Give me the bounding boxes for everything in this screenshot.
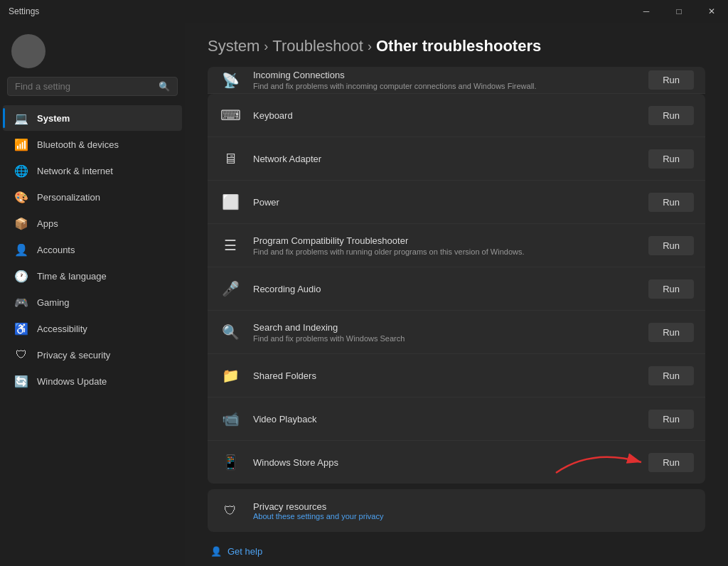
nav-label-personalization: Personalization [37, 192, 100, 203]
breadcrumb-current: Other troubleshooters [376, 37, 541, 55]
trouble-item-keyboard: ⌨ Keyboard Run [208, 94, 705, 137]
run-button-video-playback[interactable]: Run [648, 410, 694, 429]
nav-icon-accessibility: ♿ [14, 321, 28, 336]
run-button-windows-store[interactable]: Run [648, 453, 694, 472]
trouble-text-keyboard: Keyboard [253, 110, 648, 121]
trouble-name-windows-store: Windows Store Apps [253, 457, 648, 468]
nav-list: 💻 System 📶 Bluetooth & devices 🌐 Network… [0, 105, 185, 395]
trouble-name-video-playback: Video Playback [253, 414, 648, 424]
trouble-item-incoming: 📡 Incoming Connections Find and fix prob… [208, 67, 705, 94]
trouble-desc-incoming: Find and fix problems with incoming comp… [253, 82, 648, 90]
get-help-icon: 👤 [210, 546, 222, 557]
sidebar-item-time[interactable]: 🕐 Time & language [3, 263, 182, 289]
nav-label-update: Windows Update [37, 376, 107, 387]
run-button-network-adapter[interactable]: Run [648, 149, 694, 169]
trouble-icon-power: ⬜ [219, 191, 242, 213]
trouble-text-program-compat: Program Compatibility Troubleshooter Fin… [253, 235, 648, 256]
breadcrumb-troubleshoot[interactable]: Troubleshoot [272, 37, 363, 55]
nav-icon-update: 🔄 [14, 374, 28, 388]
nav-label-accessibility: Accessibility [37, 324, 87, 334]
breadcrumb-system[interactable]: System [208, 37, 259, 55]
run-button-recording-audio[interactable]: Run [648, 279, 694, 299]
privacy-text: Privacy resources About these settings a… [253, 501, 383, 520]
nav-label-privacy: Privacy & security [37, 350, 110, 361]
nav-label-system: System [37, 113, 70, 124]
sidebar-item-apps[interactable]: 📦 Apps [3, 210, 182, 236]
sidebar-item-accessibility[interactable]: ♿ Accessibility [3, 316, 182, 341]
trouble-item-network-adapter: 🖥 Network Adapter Run [208, 137, 705, 181]
privacy-title: Privacy resources [253, 501, 383, 512]
search-input[interactable] [15, 81, 159, 92]
nav-icon-network: 🌐 [14, 164, 28, 178]
trouble-name-shared-folders: Shared Folders [253, 370, 648, 381]
trouble-item-video-playback: 📹 Video Playback Run [208, 397, 705, 441]
run-button-shared-folders[interactable]: Run [648, 366, 694, 385]
run-button-keyboard[interactable]: Run [648, 106, 694, 125]
trouble-name-recording-audio: Recording Audio [253, 284, 648, 294]
nav-icon-gaming: 🎮 [14, 295, 28, 309]
sidebar-item-personalization[interactable]: 🎨 Personalization [3, 184, 182, 210]
avatar [11, 34, 46, 68]
trouble-name-power: Power [253, 197, 648, 208]
trouble-icon-search-indexing: 🔍 [219, 321, 242, 343]
nav-icon-time: 🕐 [14, 269, 28, 283]
nav-icon-personalization: 🎨 [14, 190, 28, 204]
app-body: 🔍 💻 System 📶 Bluetooth & devices 🌐 Netwo… [0, 23, 728, 566]
trouble-icon-shared-folders: 📁 [219, 364, 242, 387]
nav-label-bluetooth: Bluetooth & devices [37, 139, 119, 150]
minimize-button[interactable]: ─ [630, 0, 663, 23]
trouble-text-video-playback: Video Playback [253, 414, 648, 424]
trouble-text-shared-folders: Shared Folders [253, 370, 648, 381]
trouble-text-windows-store: Windows Store Apps [253, 457, 648, 468]
sidebar-item-update[interactable]: 🔄 Windows Update [3, 368, 182, 394]
trouble-text-power: Power [253, 197, 648, 208]
trouble-icon-program-compat: ☰ [219, 234, 242, 257]
nav-icon-accounts: 👤 [14, 242, 28, 257]
sidebar: 🔍 💻 System 📶 Bluetooth & devices 🌐 Netwo… [0, 23, 185, 566]
breadcrumb: System › Troubleshoot › Other troublesho… [208, 23, 705, 67]
main-content: System › Troubleshoot › Other troublesho… [185, 23, 728, 566]
sidebar-item-privacy[interactable]: 🛡 Privacy & security [3, 342, 182, 368]
run-button-program-compat[interactable]: Run [648, 236, 694, 255]
nav-label-apps: Apps [37, 218, 58, 229]
trouble-text-recording-audio: Recording Audio [253, 284, 648, 294]
get-help[interactable]: 👤 Get help [208, 546, 705, 557]
run-button-incoming[interactable]: Run [648, 70, 694, 90]
trouble-icon-recording-audio: 🎤 [219, 277, 242, 300]
trouble-desc-program-compat: Find and fix problems with running older… [253, 247, 648, 256]
sidebar-item-gaming[interactable]: 🎮 Gaming [3, 289, 182, 315]
trouble-item-recording-audio: 🎤 Recording Audio Run [208, 267, 705, 311]
nav-label-accounts: Accounts [37, 245, 75, 255]
trouble-name-program-compat: Program Compatibility Troubleshooter [253, 235, 648, 246]
breadcrumb-sep-2: › [368, 39, 372, 54]
sidebar-item-accounts[interactable]: 👤 Accounts [3, 237, 182, 262]
run-button-search-indexing[interactable]: Run [648, 323, 694, 342]
nav-icon-apps: 📦 [14, 216, 28, 230]
trouble-item-windows-store: 📱 Windows Store Apps Run [208, 441, 705, 484]
trouble-text-search-indexing: Search and Indexing Find and fix problem… [253, 322, 648, 343]
nav-icon-privacy: 🛡 [14, 348, 28, 362]
privacy-link[interactable]: About these settings and your privacy [253, 512, 383, 520]
trouble-icon-keyboard: ⌨ [219, 104, 242, 127]
sidebar-item-system[interactable]: 💻 System [3, 105, 182, 131]
trouble-desc-search-indexing: Find and fix problems with Windows Searc… [253, 334, 648, 343]
nav-icon-system: 💻 [14, 111, 28, 125]
trouble-icon-network-adapter: 🖥 [219, 147, 242, 170]
close-button[interactable]: ✕ [695, 0, 728, 23]
privacy-resources-row: 🛡 Privacy resources About these settings… [208, 489, 705, 532]
get-help-label: Get help [228, 546, 262, 557]
trouble-item-program-compat: ☰ Program Compatibility Troubleshooter F… [208, 224, 705, 267]
sidebar-item-bluetooth[interactable]: 📶 Bluetooth & devices [3, 132, 182, 157]
trouble-name-search-indexing: Search and Indexing [253, 322, 648, 333]
app-title: Settings [9, 6, 39, 16]
sidebar-item-network[interactable]: 🌐 Network & internet [3, 158, 182, 183]
trouble-icon-incoming: 📡 [219, 69, 242, 92]
trouble-icon-video-playback: 📹 [219, 407, 242, 430]
maximize-button[interactable]: □ [663, 0, 695, 23]
trouble-item-power: ⬜ Power Run [208, 181, 705, 224]
run-button-power[interactable]: Run [648, 193, 694, 212]
window-controls: ─ □ ✕ [630, 0, 728, 23]
search-box[interactable]: 🔍 [7, 77, 178, 96]
nav-label-gaming: Gaming [37, 297, 70, 308]
nav-label-time: Time & language [37, 271, 107, 282]
